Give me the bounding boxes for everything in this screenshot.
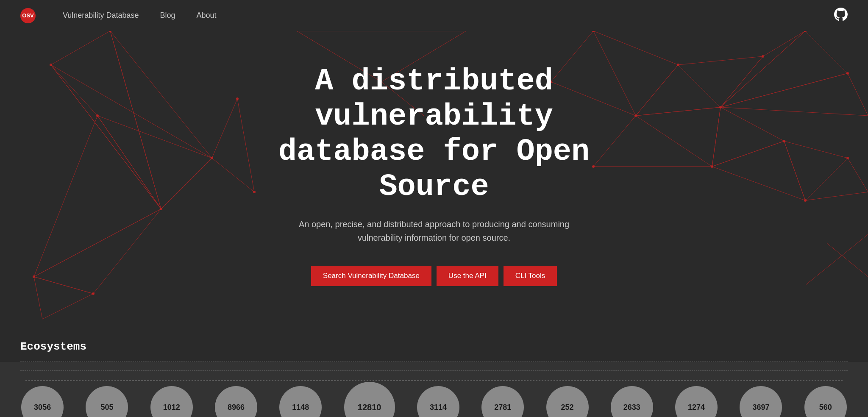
github-icon bbox=[834, 8, 848, 21]
ecosystem-item-packagist[interactable]: 1274 bbox=[675, 386, 718, 417]
github-link[interactable] bbox=[834, 8, 848, 23]
svg-point-42 bbox=[236, 97, 239, 100]
ecosystem-item-go[interactable]: 1148 bbox=[279, 386, 322, 417]
ecosystem-circle: 1148 bbox=[279, 386, 322, 417]
ecosystem-circle: 1274 bbox=[675, 386, 718, 417]
ecosystem-item-oss-fuzz[interactable]: 2633 bbox=[611, 386, 653, 417]
hero-buttons: Search Vulnerability Database Use the AP… bbox=[243, 266, 625, 286]
ecosystems-inner-divider bbox=[20, 370, 848, 371]
nav-links: Vulnerability Database Blog About bbox=[63, 11, 217, 20]
svg-point-40 bbox=[92, 292, 95, 295]
ecosystem-item-rubygems[interactable]: 560 bbox=[804, 386, 847, 417]
hero-content: A distributed vulnerabilitydatabase for … bbox=[243, 64, 625, 286]
svg-point-50 bbox=[846, 157, 849, 159]
hero-section: A distributed vulnerabilitydatabase for … bbox=[0, 31, 868, 328]
ecosystem-item-npm[interactable]: 2781 bbox=[481, 386, 524, 417]
svg-point-36 bbox=[211, 157, 213, 159]
ecosystems-title: Ecosystems bbox=[20, 340, 848, 353]
ecosystems-row: 3056505101289661148128103114278125226331… bbox=[0, 362, 868, 417]
svg-point-51 bbox=[762, 55, 764, 58]
nav-vulnerability-db[interactable]: Vulnerability Database bbox=[63, 11, 139, 19]
logo-circle: OSV bbox=[20, 8, 36, 23]
logo-text: OSV bbox=[22, 12, 33, 19]
ecosystem-circle: 1012 bbox=[150, 386, 193, 417]
ecosystem-circles-container: 3056505101289661148128103114278125226331… bbox=[0, 378, 868, 417]
ecosystem-circle: 12810 bbox=[344, 382, 395, 417]
ecosystem-circle: 2633 bbox=[611, 386, 653, 417]
ecosystems-section: Ecosystems bbox=[0, 328, 868, 362]
use-api-button[interactable]: Use the API bbox=[437, 266, 498, 286]
ecosystem-circle: 2781 bbox=[481, 386, 524, 417]
ecosystem-item-debian[interactable]: 8966 bbox=[215, 386, 257, 417]
ecosystem-circle: 3697 bbox=[740, 386, 782, 417]
hero-title: A distributed vulnerabilitydatabase for … bbox=[243, 64, 625, 204]
ecosystem-item-nuget[interactable]: 252 bbox=[546, 386, 589, 417]
ecosystem-circle: 505 bbox=[86, 386, 128, 417]
cli-tools-button[interactable]: CLI Tools bbox=[504, 266, 557, 286]
ecosystem-circle: 3056 bbox=[21, 386, 64, 417]
nav-blog[interactable]: Blog bbox=[160, 11, 175, 19]
svg-point-53 bbox=[846, 72, 849, 75]
ecosystem-circle: 252 bbox=[546, 386, 589, 417]
logo[interactable]: OSV bbox=[20, 8, 37, 23]
svg-point-47 bbox=[711, 165, 713, 168]
svg-point-39 bbox=[33, 275, 35, 278]
svg-point-46 bbox=[719, 106, 722, 108]
svg-point-34 bbox=[96, 114, 99, 117]
ecosystem-item-alpine[interactable]: 3056 bbox=[21, 386, 64, 417]
svg-point-37 bbox=[50, 64, 52, 66]
ecosystem-circle: 560 bbox=[804, 386, 847, 417]
ecosystem-circle: 3114 bbox=[417, 386, 459, 417]
nav-about[interactable]: About bbox=[196, 11, 216, 19]
svg-point-45 bbox=[634, 114, 637, 117]
svg-point-49 bbox=[804, 199, 807, 202]
ecosystem-item-crates-io[interactable]: 1012 bbox=[150, 386, 193, 417]
hero-subtitle: An open, precise, and distributed approa… bbox=[286, 217, 582, 245]
ecosystem-item-linux[interactable]: 12810 bbox=[344, 382, 395, 417]
svg-point-44 bbox=[677, 64, 679, 66]
search-vulnerability-db-button[interactable]: Search Vulnerability Database bbox=[311, 266, 431, 286]
ecosystem-item-android[interactable]: 505 bbox=[86, 386, 128, 417]
ecosystem-connector-line bbox=[25, 379, 843, 382]
navigation: OSV Vulnerability Database Blog About bbox=[0, 0, 868, 31]
ecosystem-circle: 8966 bbox=[215, 386, 257, 417]
svg-point-35 bbox=[160, 208, 162, 210]
ecosystem-item-maven[interactable]: 3114 bbox=[417, 386, 459, 417]
svg-point-48 bbox=[783, 140, 785, 142]
ecosystem-item-pypi[interactable]: 3697 bbox=[740, 386, 782, 417]
